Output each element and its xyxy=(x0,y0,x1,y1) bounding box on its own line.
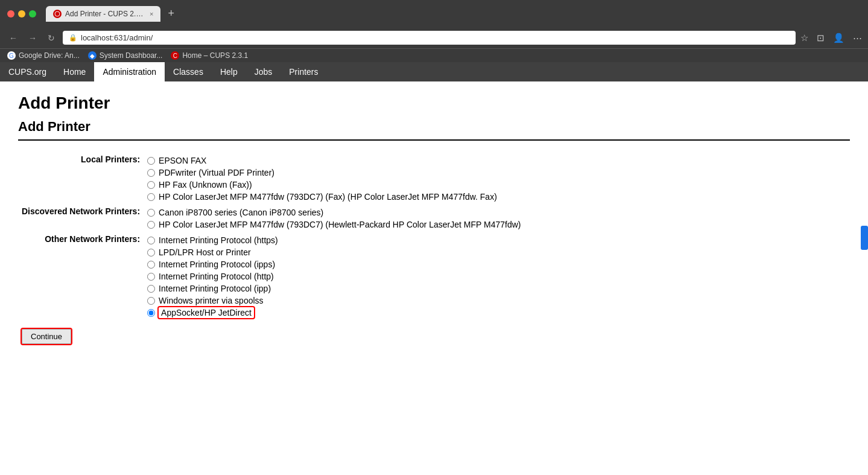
bookmark-google-label: Google Drive: An... xyxy=(19,51,80,60)
bookmark-icon[interactable]: ⊡ xyxy=(817,33,825,43)
toolbar-right: ☆ ⊡ 👤 ⋯ xyxy=(800,33,862,43)
nav-printers[interactable]: Printers xyxy=(280,62,326,81)
nav-classes[interactable]: Classes xyxy=(165,62,212,81)
tab-bar: Add Printer - CUPS 2.3.1 × + xyxy=(41,5,861,22)
label-hp-color-network[interactable]: HP Color LaserJet MFP M477fdw (793DC7) (… xyxy=(159,220,521,229)
address-text: localhost:631/admin/ xyxy=(81,33,153,42)
radio-windows-spoolss: Windows printer via spoolss xyxy=(147,295,521,307)
system-dashboard-icon: ◆ xyxy=(88,51,97,60)
refresh-button[interactable]: ↻ xyxy=(45,32,58,44)
label-ipp-http[interactable]: Internet Printing Protocol (http) xyxy=(159,272,274,281)
close-button[interactable] xyxy=(7,10,14,18)
bookmark-cups[interactable]: C Home – CUPS 2.3.1 xyxy=(171,51,248,60)
tab-title: Add Printer - CUPS 2.3.1 xyxy=(65,10,144,18)
radio-lpd-input[interactable] xyxy=(147,249,155,257)
other-printers-options: Internet Printing Protocol (https) LPD/L… xyxy=(144,232,524,320)
printer-form: Local Printers: EPSON FAX PDFwriter (Vir… xyxy=(18,153,850,344)
radio-epson-fax-input[interactable] xyxy=(147,157,155,165)
main-content: Add Printer Add Printer Local Printers: … xyxy=(0,81,868,356)
label-ipp-ipp[interactable]: Internet Printing Protocol (ipp) xyxy=(159,284,271,293)
radio-ipp-ipp: Internet Printing Protocol (ipp) xyxy=(147,282,521,295)
appsocket-highlight: AppSocket/HP JetDirect xyxy=(159,307,254,318)
tab-favicon xyxy=(53,10,62,18)
bookmarks-bar: G Google Drive: An... ◆ System Dashboar.… xyxy=(0,48,868,62)
radio-canon-input[interactable] xyxy=(147,209,155,217)
discovered-printers-label: Discovered Network Printers: xyxy=(18,205,144,232)
maximize-button[interactable] xyxy=(29,10,36,18)
continue-button-wrapper: Continue xyxy=(18,329,850,344)
radio-hp-color-network-input[interactable] xyxy=(147,221,155,229)
label-windows-spoolss[interactable]: Windows printer via spoolss xyxy=(159,296,264,305)
radio-ipp-http: Internet Printing Protocol (http) xyxy=(147,270,521,282)
radio-hp-color-fax: HP Color LaserJet MFP M477fdw (793DC7) (… xyxy=(147,191,521,203)
local-printers-options: EPSON FAX PDFwriter (Virtual PDF Printer… xyxy=(144,153,524,205)
label-canon[interactable]: Canon iP8700 series (Canon iP8700 series… xyxy=(159,208,323,217)
scroll-indicator[interactable] xyxy=(861,226,868,250)
label-appsocket[interactable]: AppSocket/HP JetDirect xyxy=(159,308,254,317)
nav-home[interactable]: Home xyxy=(55,62,94,81)
nav-jobs[interactable]: Jobs xyxy=(246,62,281,81)
svg-point-0 xyxy=(55,11,60,16)
star-icon[interactable]: ☆ xyxy=(800,33,808,43)
minimize-button[interactable] xyxy=(18,10,25,18)
continue-button[interactable]: Continue xyxy=(22,329,71,344)
radio-ipp-https: Internet Printing Protocol (https) xyxy=(147,234,521,246)
label-ipp-ipps[interactable]: Internet Printing Protocol (ipps) xyxy=(159,260,275,269)
bookmark-cups-label: Home – CUPS 2.3.1 xyxy=(182,51,248,60)
other-printers-label: Other Network Printers: xyxy=(18,232,144,320)
label-epson-fax[interactable]: EPSON FAX xyxy=(159,156,206,165)
radio-hp-color-fax-input[interactable] xyxy=(147,193,155,201)
back-button[interactable]: ← xyxy=(6,32,21,44)
bookmark-google[interactable]: G Google Drive: An... xyxy=(7,51,80,60)
label-hp-color-fax[interactable]: HP Color LaserJet MFP M477fdw (793DC7) (… xyxy=(159,192,497,202)
title-bar: Add Printer - CUPS 2.3.1 × + xyxy=(0,0,868,27)
other-printers-row: Other Network Printers: Internet Printin… xyxy=(18,232,525,320)
discovered-printers-row: Discovered Network Printers: Canon iP870… xyxy=(18,205,525,232)
label-ipp-https[interactable]: Internet Printing Protocol (https) xyxy=(159,235,278,245)
local-printers-row: Local Printers: EPSON FAX PDFwriter (Vir… xyxy=(18,153,525,205)
forward-button[interactable]: → xyxy=(25,32,40,44)
address-bar-row: ← → ↻ 🔒 localhost:631/admin/ ☆ ⊡ 👤 ⋯ xyxy=(0,27,868,48)
radio-ipp-ipp-input[interactable] xyxy=(147,285,155,293)
bookmark-dashboard-label: System Dashboar... xyxy=(100,51,163,60)
nav-cups-org[interactable]: CUPS.org xyxy=(0,62,55,81)
radio-pdfwriter: PDFwriter (Virtual PDF Printer) xyxy=(147,167,521,179)
page-title: Add Printer xyxy=(18,94,850,113)
label-pdfwriter[interactable]: PDFwriter (Virtual PDF Printer) xyxy=(159,168,274,177)
radio-pdfwriter-input[interactable] xyxy=(147,169,155,177)
traffic-lights xyxy=(7,10,36,18)
local-printers-label: Local Printers: xyxy=(18,153,144,205)
label-hp-fax[interactable]: HP Fax (Unknown (Fax)) xyxy=(159,180,252,190)
profile-icon[interactable]: 👤 xyxy=(833,33,844,43)
radio-ipp-ipps: Internet Printing Protocol (ipps) xyxy=(147,258,521,270)
address-bar[interactable]: 🔒 localhost:631/admin/ xyxy=(63,31,796,45)
browser-chrome: Add Printer - CUPS 2.3.1 × + ← → ↻ 🔒 loc… xyxy=(0,0,868,62)
radio-appsocket-input[interactable] xyxy=(147,309,155,317)
radio-hp-fax-input[interactable] xyxy=(147,181,155,189)
label-lpd[interactable]: LPD/LPR Host or Printer xyxy=(159,247,251,257)
radio-windows-spoolss-input[interactable] xyxy=(147,297,155,305)
active-tab[interactable]: Add Printer - CUPS 2.3.1 × xyxy=(46,6,160,22)
bookmark-dashboard[interactable]: ◆ System Dashboar... xyxy=(88,51,163,60)
google-drive-icon: G xyxy=(7,51,16,60)
radio-appsocket: AppSocket/HP JetDirect xyxy=(147,307,521,319)
radio-hp-color-network: HP Color LaserJet MFP M477fdw (793DC7) (… xyxy=(147,218,521,231)
section-title: Add Printer xyxy=(18,119,850,141)
form-table: Local Printers: EPSON FAX PDFwriter (Vir… xyxy=(18,153,525,320)
lock-icon: 🔒 xyxy=(69,34,77,42)
radio-lpd: LPD/LPR Host or Printer xyxy=(147,246,521,258)
radio-ipp-http-input[interactable] xyxy=(147,273,155,281)
radio-epson-fax: EPSON FAX xyxy=(147,155,521,167)
tab-close-button[interactable]: × xyxy=(150,10,153,18)
radio-canon: Canon iP8700 series (Canon iP8700 series… xyxy=(147,206,521,218)
new-tab-button[interactable]: + xyxy=(163,5,179,22)
radio-hp-fax: HP Fax (Unknown (Fax)) xyxy=(147,179,521,191)
menu-icon[interactable]: ⋯ xyxy=(853,33,862,43)
cups-home-icon: C xyxy=(171,51,179,60)
radio-ipp-ipps-input[interactable] xyxy=(147,261,155,269)
nav-help[interactable]: Help xyxy=(212,62,246,81)
radio-ipp-https-input[interactable] xyxy=(147,237,155,244)
cups-navigation: CUPS.org Home Administration Classes Hel… xyxy=(0,62,868,81)
discovered-printers-options: Canon iP8700 series (Canon iP8700 series… xyxy=(144,205,524,232)
nav-administration[interactable]: Administration xyxy=(94,62,165,81)
